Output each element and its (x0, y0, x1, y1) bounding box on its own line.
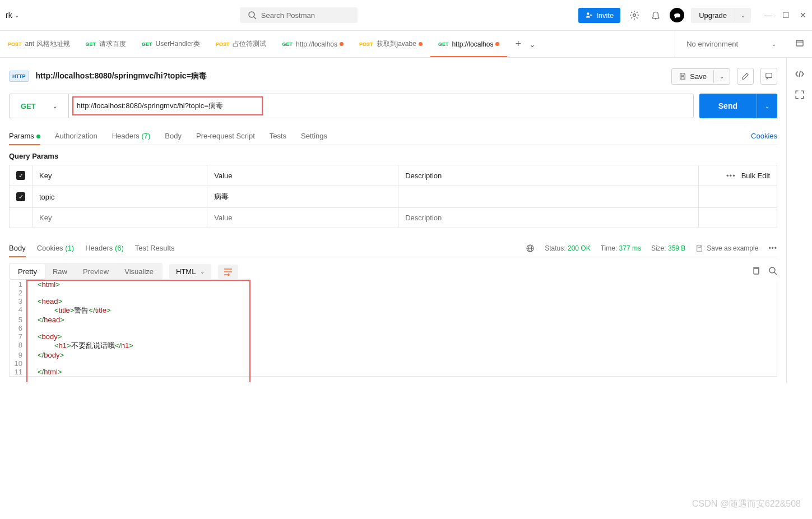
table-row: ✓ topic 病毒 (10, 186, 777, 208)
tab-placeholder[interactable]: POST占位符测试 (208, 31, 275, 57)
table-row-empty: Key Value Description (10, 208, 777, 228)
url-input[interactable]: http://localhost:8080/springmvc/hi?topic… (69, 94, 693, 118)
request-title: http://localhost:8080/springmvc/hi?topic… (36, 71, 665, 81)
topbar: rk⌄ Search Postman Invite Upgrade ⌄ — ☐ … (0, 0, 812, 31)
params-table: ✓ Key Value Description •••Bulk Edit ✓ t… (9, 165, 777, 228)
view-controls: Pretty Raw Preview Visualize HTML⌄ (9, 263, 777, 280)
tab-authorization[interactable]: Authorization (55, 127, 98, 145)
indicator-dot (36, 135, 40, 138)
tab-ant[interactable]: POSTant 风格地址规 (0, 31, 78, 57)
method-url-group: GET⌄ http://localhost:8080/springmvc/hi?… (9, 94, 694, 118)
top-actions: Invite Upgrade ⌄ — ☐ ✕ (578, 8, 806, 23)
code-icon[interactable] (795, 69, 805, 81)
query-params-title: Query Params (9, 152, 777, 160)
globe-icon (526, 244, 535, 253)
tab-body[interactable]: Body (165, 127, 182, 145)
search-response-icon[interactable] (768, 266, 777, 277)
tab-userhandler[interactable]: GETUserHandler类 (134, 31, 208, 57)
settings-icon[interactable] (627, 8, 642, 22)
right-sidebar (786, 58, 812, 382)
new-tab-button[interactable]: + (515, 38, 521, 50)
param-desc-placeholder[interactable]: Description (398, 208, 699, 228)
chevron-down-icon: ⌄ (200, 268, 205, 275)
tab-prerequest[interactable]: Pre-request Script (196, 127, 255, 145)
tab-resp-headers[interactable]: Headers (6) (85, 239, 124, 257)
col-key: Key (33, 165, 207, 186)
upgrade-button[interactable]: Upgrade ⌄ (691, 8, 751, 23)
tab-localhost2[interactable]: GEThttp://localhos (430, 31, 508, 57)
tab-resp-body[interactable]: Body (9, 239, 26, 257)
wrap-button[interactable] (218, 265, 238, 279)
checkbox[interactable]: ✓ (16, 171, 25, 180)
param-value[interactable]: 病毒 (207, 186, 398, 208)
request-tabs: Params Authorization Headers (7) Body Pr… (9, 127, 777, 145)
col-value: Value (207, 165, 398, 186)
view-visualize[interactable]: Visualize (117, 264, 161, 279)
format-selector[interactable]: HTML⌄ (169, 264, 211, 279)
svg-rect-14 (754, 268, 759, 274)
environment-selector[interactable]: No environment⌄ (675, 31, 787, 57)
chevron-down-icon: ⌄ (15, 12, 19, 18)
save-icon (679, 72, 686, 80)
copy-icon[interactable] (751, 266, 760, 277)
environment-quick-look[interactable] (787, 39, 812, 49)
col-desc: Description (398, 165, 699, 186)
main: HTTP http://localhost:8080/springmvc/hi?… (0, 58, 812, 382)
tab-resp-cookies[interactable]: Cookies (1) (37, 239, 74, 257)
save-button[interactable]: Save ⌄ (671, 68, 730, 85)
request-header: HTTP http://localhost:8080/springmvc/hi?… (9, 63, 777, 94)
tab-tests[interactable]: Tests (270, 127, 286, 145)
window-controls: — ☐ ✕ (764, 11, 806, 20)
search-input[interactable]: Search Postman (240, 7, 358, 23)
http-badge: HTTP (9, 71, 29, 82)
param-key-placeholder[interactable]: Key (33, 208, 207, 228)
avatar[interactable] (670, 8, 684, 22)
minimize-button[interactable]: — (764, 11, 772, 20)
view-pretty[interactable]: Pretty (10, 264, 45, 279)
save-example-button[interactable]: Save as example (695, 244, 758, 252)
checkbox[interactable]: ✓ (16, 192, 25, 201)
svg-line-16 (774, 272, 777, 275)
send-button[interactable]: Send ⌄ (699, 94, 777, 118)
svg-point-5 (633, 14, 636, 17)
more-icon[interactable]: ••• (726, 172, 736, 180)
method-selector[interactable]: GET⌄ (10, 94, 69, 118)
save-icon (695, 244, 703, 252)
maximize-button[interactable]: ☐ (782, 11, 790, 20)
view-raw[interactable]: Raw (45, 264, 75, 279)
unsaved-dot (419, 42, 423, 46)
svg-rect-6 (796, 40, 803, 46)
tab-menu-button[interactable]: ⌄ (529, 40, 536, 49)
param-key[interactable]: topic (33, 186, 207, 208)
invite-button[interactable]: Invite (578, 8, 620, 23)
response-meta: Status: 200 OK Time: 377 ms Size: 359 B … (526, 244, 777, 253)
response-body[interactable]: 1<html> 2 3<head> 4<title>警告</title> 5</… (9, 280, 777, 377)
tab-resp-tests[interactable]: Test Results (135, 239, 175, 257)
view-preview[interactable]: Preview (75, 264, 117, 279)
close-button[interactable]: ✕ (800, 11, 806, 20)
chevron-down-icon: ⌄ (53, 103, 57, 109)
unsaved-dot (495, 42, 499, 46)
bulk-edit-link[interactable]: Bulk Edit (741, 172, 770, 180)
cookies-link[interactable]: Cookies (751, 127, 777, 145)
expand-icon[interactable] (795, 90, 805, 101)
tab-baidu[interactable]: GET请求百度 (78, 31, 134, 57)
user-plus-icon (585, 11, 593, 19)
tab-headers[interactable]: Headers (7) (112, 127, 151, 145)
svg-point-2 (587, 12, 589, 15)
workspace-selector[interactable]: rk⌄ (6, 11, 19, 20)
tab-javabean[interactable]: POST获取到javabe (351, 31, 430, 57)
notifications-icon[interactable] (648, 8, 663, 22)
unsaved-dot (340, 42, 344, 46)
tab-settings[interactable]: Settings (301, 127, 327, 145)
edit-icon[interactable] (737, 68, 754, 85)
param-desc[interactable] (398, 186, 699, 208)
comment-icon[interactable] (760, 68, 777, 85)
tab-localhost1[interactable]: GEThttp://localhos (274, 31, 351, 57)
tab-params[interactable]: Params (9, 127, 40, 145)
more-icon[interactable]: ••• (768, 244, 777, 252)
param-value-placeholder[interactable]: Value (207, 208, 398, 228)
url-row: GET⌄ http://localhost:8080/springmvc/hi?… (9, 94, 777, 118)
table-header-row: ✓ Key Value Description •••Bulk Edit (10, 165, 777, 186)
content: HTTP http://localhost:8080/springmvc/hi?… (0, 58, 786, 382)
